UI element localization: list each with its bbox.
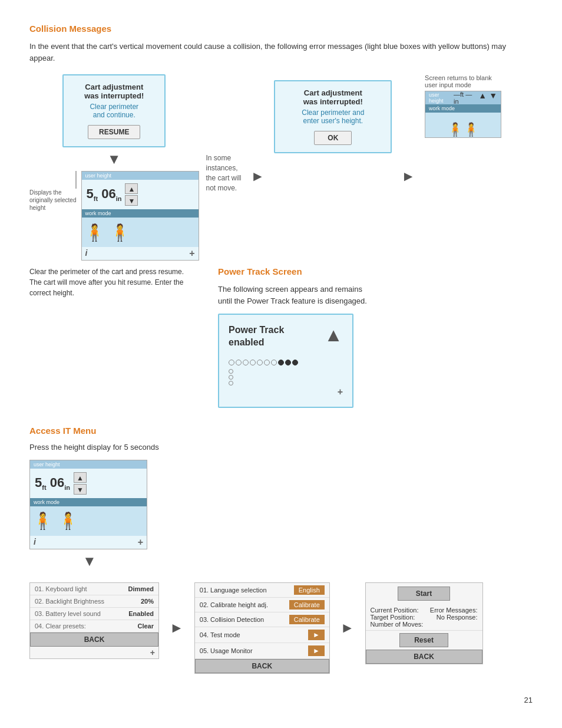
page-number: 21 <box>524 696 533 704</box>
it-uh-arrows[interactable]: ▲ ▼ <box>74 472 87 495</box>
it-t3-val2: No Response: <box>437 614 478 621</box>
it-t2-label5: 05. Usage Monitor <box>200 647 253 654</box>
box1-bold1: Cart adjustment <box>72 83 156 91</box>
power-track-intro: The following screen appears and remains… <box>218 284 533 307</box>
it-table3-group: Start Current Position: Error Messages: … <box>365 582 483 664</box>
it-table1-row3: 03. Battery level sound Enabled <box>30 608 158 620</box>
it-table1-back-btn[interactable]: BACK <box>30 633 158 647</box>
collision-box2: Cart adjustment was interrupted! Clear p… <box>274 80 392 153</box>
power-track-up-arrow: ▲ <box>324 324 343 346</box>
it-table1-group: 01. Keyboard light Dimmed 02. Backlight … <box>29 582 159 659</box>
collision-lower-left: Clear the perimeter of the cart and pres… <box>29 266 194 408</box>
uh-up-btn[interactable]: ▲ <box>125 183 138 194</box>
it-down-arrow: ▼ <box>82 553 97 569</box>
it-table2-group: 01. Language selection English 02. Calib… <box>194 582 330 674</box>
it-table3-start-row: Start <box>366 583 482 604</box>
it-uh-height-value: 5ft 06in <box>35 475 70 491</box>
side-dot-2 <box>229 375 233 380</box>
box2-group: Cart adjustment was interrupted! Clear p… <box>274 80 392 153</box>
it-start-btn[interactable]: Start <box>398 587 450 601</box>
dot-6 <box>264 360 270 365</box>
uh-arrows[interactable]: ▲ ▼ <box>125 183 138 206</box>
uh-down-btn[interactable]: ▼ <box>125 195 138 206</box>
info-icon: i <box>85 248 88 259</box>
dot-4 <box>250 360 256 365</box>
screen-returns-group: Screen returns to blankuser input mode u… <box>425 74 501 138</box>
box2-ok-btn[interactable]: OK <box>314 131 352 145</box>
access-it-title: Access IT Menu <box>29 426 533 436</box>
blank-person-sitting: 🧍 <box>463 122 479 137</box>
it-t2-label3: 03. Collision Detection <box>200 616 264 623</box>
it-table1-row4: 04. Clear presets: Clear <box>30 620 158 633</box>
dot-7 <box>271 360 277 365</box>
it-t3-label2: Target Position: <box>371 614 415 621</box>
power-track-side-dots <box>229 369 343 386</box>
lower-uh-screen: user height 5ft 06in ▲ ▼ work mode 🧍 🧍 <box>81 171 199 261</box>
power-track-enabled-text: Power Track enabled <box>229 324 284 349</box>
collision-lower-screen-group: Displays theoriginally selectedheight us… <box>29 171 199 261</box>
blank-screen-top-bar: user height —ft — in ▲ ▼ <box>425 91 501 104</box>
it-menu-table1: 01. Keyboard light Dimmed 02. Backlight … <box>29 582 159 659</box>
it-plus-icon: + <box>138 537 143 548</box>
it-table1-row1: 01. Keyboard light Dimmed <box>30 583 158 595</box>
it-t1-label3: 03. Battery level sound <box>35 610 101 617</box>
power-track-header: Power Track enabled ▲ <box>229 324 343 349</box>
it-table3-reset-row: Reset <box>366 631 482 650</box>
it-t3-val1: Error Messages: <box>430 607 478 614</box>
it-person-standing-icon: 🧍 <box>32 511 53 531</box>
it-arrow-right-2: ► <box>340 620 355 636</box>
collision-lower-text: Clear the perimeter of the cart and pres… <box>29 266 194 298</box>
power-track-plus: + <box>229 387 343 397</box>
box1-resume-btn[interactable]: RESUME <box>88 125 140 139</box>
work-mode-bar: work mode <box>425 104 501 113</box>
it-table2-back-btn[interactable]: BACK <box>195 659 329 673</box>
it-t2-val5: ► <box>308 645 325 656</box>
it-menu-diagrams: 01. Keyboard light Dimmed 02. Backlight … <box>29 582 533 674</box>
collision-messages-section: Collision Messages In the event that the… <box>29 24 533 408</box>
it-t1-label4: 04. Clear presets: <box>35 622 86 630</box>
it-person-sitting-icon: 🧍 <box>58 511 78 531</box>
it-t1-val2: 20% <box>141 598 154 605</box>
it-height-screen-group: user height 5ft 06in ▲ ▼ work mode 🧍 🧍 i… <box>29 460 533 573</box>
blank-screen-arrows: —ft — in ▲ ▼ <box>454 91 497 105</box>
note-line <box>75 171 77 189</box>
side-dot-row-1 <box>229 369 343 374</box>
it-t3-target-row: Target Position: No Response: <box>371 614 478 621</box>
it-table1-row2: 02. Backlight Brightness 20% <box>30 595 158 608</box>
it-table3-row1: Current Position: Error Messages: Target… <box>366 604 482 631</box>
power-track-dots-row <box>229 360 343 365</box>
it-t2-val2: Calibrate <box>289 600 325 610</box>
it-menu-table2: 01. Language selection English 02. Calib… <box>194 582 330 674</box>
box2-bold1: Cart adjustment <box>283 88 382 97</box>
uh-work-bar: work mode <box>82 209 199 218</box>
it-table2-row4: 04. Test mode ► <box>195 627 329 643</box>
it-table2-row3: 03. Collision Detection Calibrate <box>195 612 329 627</box>
it-table1-plus: + <box>30 647 158 658</box>
uh-body: 🧍 🧍 <box>82 218 199 247</box>
down-arrow-1: ▼ <box>107 151 121 167</box>
power-track-text1: Power Track <box>229 324 284 337</box>
it-info-icon: i <box>34 537 36 548</box>
it-uh-bottom-bar: i + <box>30 536 147 549</box>
side-dot-3 <box>229 381 233 386</box>
dot-1 <box>229 360 234 365</box>
dot-3 <box>243 360 249 365</box>
screen-returns-note: Screen returns to blankuser input mode <box>425 74 492 88</box>
blank-person-standing: 🧍 <box>447 122 463 137</box>
it-t2-label2: 02. Calibrate height adj. <box>200 601 268 608</box>
it-uh-screen: user height 5ft 06in ▲ ▼ work mode 🧍 🧍 i… <box>29 460 147 549</box>
it-table3-back-btn[interactable]: BACK <box>366 650 482 664</box>
box2-bold2: was interrupted! <box>283 97 382 106</box>
it-uh-up-btn[interactable]: ▲ <box>74 472 87 483</box>
it-t2-val3: Calibrate <box>289 615 325 624</box>
it-t1-label2: 02. Backlight Brightness <box>35 598 104 605</box>
it-t1-val4: Clear <box>137 622 154 630</box>
access-it-intro: Press the height display for 5 seconds <box>29 443 533 452</box>
it-uh-down-btn[interactable]: ▼ <box>74 484 87 495</box>
dot-2 <box>236 360 242 365</box>
it-menu-table3: Start Current Position: Error Messages: … <box>365 582 483 664</box>
arrow-right-2: ► <box>401 168 415 185</box>
it-t3-current-row: Current Position: Error Messages: <box>371 607 478 614</box>
it-reset-btn[interactable]: Reset <box>399 633 448 647</box>
it-t1-val3: Enabled <box>128 610 154 617</box>
